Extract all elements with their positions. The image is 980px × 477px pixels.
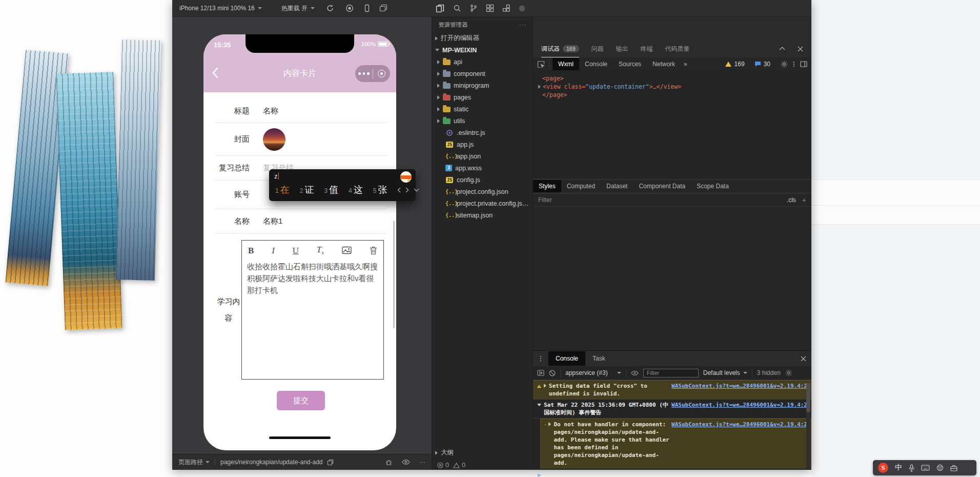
tree-item-pages[interactable]: pages (432, 91, 533, 103)
grid-panels-icon[interactable] (486, 4, 494, 12)
expand-icon[interactable] (548, 422, 551, 426)
tab-output[interactable]: 输出 (616, 45, 628, 53)
close-icon[interactable] (798, 46, 803, 52)
tree-item-component[interactable]: component (432, 68, 533, 80)
tree-item-eslintrc[interactable]: .eslintrc.js (432, 127, 533, 138)
open-editors-section[interactable]: 打开的编辑器 (432, 32, 533, 44)
settings-gear-icon[interactable] (781, 61, 788, 68)
sidebar-toggle-icon[interactable] (537, 370, 544, 376)
source-link[interactable]: WASubContext.js?t=we…28496001&v=2.19.4:2 (671, 401, 807, 409)
more-tabs-icon[interactable]: » (681, 61, 690, 68)
chinese-mode-icon[interactable]: 中 (895, 463, 902, 472)
sogou-logo-icon[interactable]: S (878, 463, 888, 473)
add-style-icon[interactable]: + (802, 196, 806, 204)
tree-item-config-js[interactable]: JS config.js (432, 174, 533, 186)
inspect-element-icon[interactable] (537, 61, 545, 68)
tab-console[interactable]: Console (579, 58, 613, 70)
console-filter-input[interactable] (643, 369, 699, 377)
copy-path-icon[interactable] (327, 459, 334, 466)
git-branch-icon[interactable] (469, 4, 478, 12)
tab-styles[interactable]: Styles (533, 180, 561, 192)
ime-candidate[interactable]: 2证 (300, 184, 314, 196)
insert-image-icon[interactable] (342, 246, 352, 254)
ime-expand-icon[interactable] (414, 188, 419, 192)
tab-problems[interactable]: 问题 (591, 45, 604, 53)
ime-next-icon[interactable] (405, 187, 409, 193)
expand-icon[interactable] (544, 384, 546, 388)
collapse-icon[interactable] (779, 46, 785, 52)
tree-item-sitemap[interactable]: {..} sitemap.json (432, 209, 533, 221)
tab-terminal[interactable]: 终端 (641, 45, 653, 53)
record-icon[interactable] (345, 4, 354, 12)
tab-computed[interactable]: Computed (561, 180, 601, 192)
dock-side-icon[interactable] (800, 61, 807, 67)
tree-item-app-wxss[interactable]: 3 app.wxss (432, 162, 533, 174)
tab-scope-data[interactable]: Scope Data (691, 180, 734, 192)
ime-candidate[interactable]: 4这 (349, 184, 363, 196)
tab-debugger[interactable]: 调试器 169 (541, 40, 579, 57)
ime-taskbar[interactable]: S 中 (873, 460, 976, 475)
tree-item-app-json[interactable]: {..} app.json (432, 150, 533, 162)
phone-view-icon[interactable] (363, 4, 371, 12)
close-circle-icon[interactable] (373, 70, 391, 77)
hot-reload-toggle[interactable]: 热重载 开 (281, 4, 315, 13)
more-dots-icon[interactable] (355, 72, 373, 75)
bug-icon[interactable] (385, 459, 393, 466)
source-link[interactable]: WASubContext.js?t=we…28496001&v=2.19.4:2 (671, 421, 807, 428)
explorer-panel-icon[interactable] (436, 4, 444, 13)
rich-text-editor[interactable]: B I U Tx 收拾收拾霍山石斛扫街哦洒基哦久啊搜积极阿萨达发啦科技大山卡拉 (241, 240, 384, 380)
console-message-warning[interactable]: WASubContext.js?t=we…28496001&v=2.19.4:2… (540, 419, 811, 469)
emoji-icon[interactable] (936, 464, 944, 471)
eye-icon[interactable] (402, 459, 410, 465)
tree-item-api[interactable]: api (432, 56, 533, 68)
mic-icon[interactable] (909, 464, 914, 472)
console-prompt[interactable]: > (533, 469, 811, 477)
phone-scrollbar[interactable] (393, 221, 395, 328)
path-label[interactable]: 页面路径 (178, 458, 203, 467)
underline-icon[interactable]: U (293, 246, 299, 255)
cover-image[interactable] (263, 128, 285, 151)
tab-code-quality[interactable]: 代码质量 (665, 45, 690, 53)
submit-button[interactable]: 提交 (277, 391, 325, 410)
tree-item-utils[interactable]: utils (432, 115, 533, 127)
tab-sources[interactable]: Sources (613, 58, 647, 70)
keyboard-icon[interactable] (921, 465, 930, 471)
context-selector[interactable]: appservice (#3) (565, 369, 621, 376)
styles-filter-input[interactable] (538, 196, 692, 204)
tab-component-data[interactable]: Component Data (633, 180, 691, 192)
tab-wxml[interactable]: Wxml (553, 58, 579, 70)
tree-item-miniprogram[interactable]: miniprogram (432, 80, 533, 91)
clear-console-icon[interactable] (549, 370, 556, 376)
tab-task[interactable]: Task (585, 351, 612, 366)
cascade-windows-icon[interactable] (379, 4, 387, 12)
expand-node-icon[interactable] (538, 85, 541, 89)
ime-candidate[interactable]: 5张 (373, 184, 387, 196)
project-root[interactable]: MP-WEIXIN (432, 44, 533, 56)
cls-toggle[interactable]: .cls (787, 196, 796, 204)
console-scrollbar[interactable] (806, 383, 810, 469)
ime-candidate[interactable]: 3值 (324, 184, 338, 196)
console-message-log[interactable]: WASubContext.js?t=we…28496001&v=2.19.4:2… (533, 400, 811, 419)
build-sphere-icon[interactable] (519, 5, 525, 12)
collapse-icon[interactable] (537, 404, 541, 406)
kebab-menu-icon[interactable]: ⋮ (533, 355, 548, 362)
problems-status[interactable]: 0 0 (432, 462, 533, 469)
kebab-menu-icon[interactable]: ⋮ (791, 61, 797, 68)
ime-candidate[interactable]: 1在 (275, 184, 290, 196)
tree-item-static[interactable]: static (432, 103, 533, 115)
console-settings-icon[interactable] (785, 369, 792, 376)
tab-network[interactable]: Network (647, 58, 681, 70)
device-selector[interactable]: iPhone 12/13 mini 100% 16 (179, 5, 262, 12)
wxml-code-view[interactable]: <page> <view class="update-container">…<… (533, 71, 811, 179)
refresh-icon[interactable] (326, 4, 334, 12)
tree-item-app-js[interactable]: JS app.js (432, 138, 533, 150)
source-link[interactable]: WASubContext.js?t=we…28496001&v=2.19.4:2 (671, 382, 807, 390)
capsule-menu[interactable] (355, 65, 390, 82)
close-icon[interactable] (801, 356, 806, 362)
name-input[interactable]: 名称1 (263, 216, 282, 226)
extensions-icon[interactable] (502, 4, 511, 12)
italic-icon[interactable]: I (272, 246, 275, 255)
eye-icon[interactable] (631, 370, 639, 376)
clear-format-icon[interactable]: Tx (317, 245, 324, 255)
title-input[interactable]: 名称 (263, 106, 278, 116)
